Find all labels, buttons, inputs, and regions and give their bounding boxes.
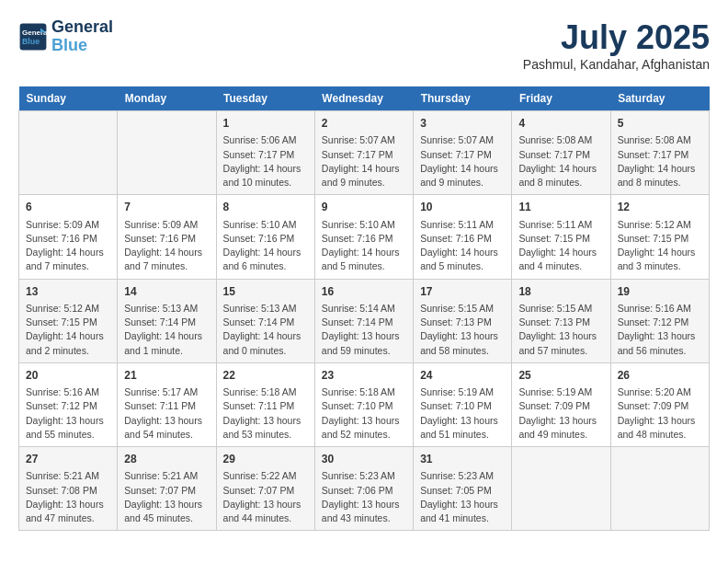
svg-text:Blue: Blue xyxy=(22,37,40,46)
day-number: 12 xyxy=(618,200,702,215)
day-number: 31 xyxy=(420,452,505,467)
day-info: Sunrise: 5:08 AMSunset: 7:17 PMDaylight:… xyxy=(618,133,702,190)
day-info: Sunrise: 5:21 AMSunset: 7:08 PMDaylight:… xyxy=(26,469,110,525)
day-info: Sunrise: 5:22 AMSunset: 7:07 PMDaylight:… xyxy=(223,469,308,525)
calendar-cell: 3Sunrise: 5:07 AMSunset: 7:17 PMDaylight… xyxy=(414,111,512,195)
calendar-cell: 27Sunrise: 5:21 AMSunset: 7:08 PMDayligh… xyxy=(19,447,118,531)
calendar-cell: 6Sunrise: 5:09 AMSunset: 7:16 PMDaylight… xyxy=(19,195,118,279)
day-number: 3 xyxy=(420,116,505,132)
day-number: 4 xyxy=(518,116,603,132)
calendar-cell: 26Sunrise: 5:20 AMSunset: 7:09 PMDayligh… xyxy=(610,362,709,446)
day-number: 5 xyxy=(618,116,702,132)
logo-icon: General Blue xyxy=(18,22,48,52)
day-of-week-header: Friday xyxy=(512,86,610,111)
day-info: Sunrise: 5:10 AMSunset: 7:16 PMDaylight:… xyxy=(223,218,308,274)
day-info: Sunrise: 5:08 AMSunset: 7:17 PMDaylight:… xyxy=(518,133,603,190)
day-info: Sunrise: 5:21 AMSunset: 7:07 PMDaylight:… xyxy=(124,469,209,525)
calendar-cell xyxy=(512,447,610,531)
calendar-cell: 5Sunrise: 5:08 AMSunset: 7:17 PMDaylight… xyxy=(610,111,709,195)
day-info: Sunrise: 5:07 AMSunset: 7:17 PMDaylight:… xyxy=(420,133,505,190)
day-info: Sunrise: 5:09 AMSunset: 7:16 PMDaylight:… xyxy=(124,218,209,274)
day-number: 29 xyxy=(223,452,308,467)
day-number: 26 xyxy=(618,368,702,384)
calendar-cell xyxy=(19,111,118,195)
day-number: 14 xyxy=(124,284,209,300)
calendar-cell: 9Sunrise: 5:10 AMSunset: 7:16 PMDaylight… xyxy=(314,195,413,279)
day-number: 13 xyxy=(26,284,110,300)
day-info: Sunrise: 5:07 AMSunset: 7:17 PMDaylight:… xyxy=(322,133,406,190)
title-block: July 2025 Pashmul, Kandahar, Afghanistan xyxy=(523,18,710,72)
day-of-week-header: Monday xyxy=(118,86,216,111)
calendar-cell: 11Sunrise: 5:11 AMSunset: 7:15 PMDayligh… xyxy=(512,195,610,279)
calendar-cell: 7Sunrise: 5:09 AMSunset: 7:16 PMDaylight… xyxy=(118,195,216,279)
day-info: Sunrise: 5:16 AMSunset: 7:12 PMDaylight:… xyxy=(26,385,110,442)
day-number: 10 xyxy=(420,200,505,215)
day-info: Sunrise: 5:09 AMSunset: 7:16 PMDaylight:… xyxy=(26,218,110,274)
day-of-week-header: Thursday xyxy=(414,86,512,111)
day-number: 2 xyxy=(322,116,406,132)
calendar-cell: 1Sunrise: 5:06 AMSunset: 7:17 PMDaylight… xyxy=(216,111,314,195)
day-number: 15 xyxy=(223,284,308,300)
day-info: Sunrise: 5:20 AMSunset: 7:09 PMDaylight:… xyxy=(618,385,702,442)
calendar-week-row: 1Sunrise: 5:06 AMSunset: 7:17 PMDaylight… xyxy=(19,111,710,195)
day-info: Sunrise: 5:12 AMSunset: 7:15 PMDaylight:… xyxy=(26,302,110,358)
calendar-cell: 29Sunrise: 5:22 AMSunset: 7:07 PMDayligh… xyxy=(216,447,314,531)
calendar-cell: 8Sunrise: 5:10 AMSunset: 7:16 PMDaylight… xyxy=(216,195,314,279)
day-number: 25 xyxy=(518,368,603,384)
day-number: 7 xyxy=(124,200,209,215)
calendar-week-row: 6Sunrise: 5:09 AMSunset: 7:16 PMDaylight… xyxy=(19,195,710,279)
calendar-cell: 19Sunrise: 5:16 AMSunset: 7:12 PMDayligh… xyxy=(610,279,709,362)
day-info: Sunrise: 5:13 AMSunset: 7:14 PMDaylight:… xyxy=(223,302,308,358)
day-number: 20 xyxy=(26,368,110,384)
day-info: Sunrise: 5:06 AMSunset: 7:17 PMDaylight:… xyxy=(223,133,308,190)
calendar-cell xyxy=(610,447,709,531)
calendar-cell xyxy=(118,111,216,195)
day-number: 21 xyxy=(124,368,209,384)
calendar-cell: 13Sunrise: 5:12 AMSunset: 7:15 PMDayligh… xyxy=(19,279,118,362)
day-info: Sunrise: 5:23 AMSunset: 7:05 PMDaylight:… xyxy=(420,469,505,525)
day-of-week-header: Tuesday xyxy=(216,86,314,111)
day-info: Sunrise: 5:11 AMSunset: 7:16 PMDaylight:… xyxy=(420,218,505,274)
day-number: 22 xyxy=(223,368,308,384)
calendar-cell: 18Sunrise: 5:15 AMSunset: 7:13 PMDayligh… xyxy=(512,279,610,362)
subtitle: Pashmul, Kandahar, Afghanistan xyxy=(523,57,710,72)
day-number: 1 xyxy=(223,116,308,132)
calendar-cell: 24Sunrise: 5:19 AMSunset: 7:10 PMDayligh… xyxy=(414,362,512,446)
day-of-week-header: Wednesday xyxy=(314,86,413,111)
days-header-row: SundayMondayTuesdayWednesdayThursdayFrid… xyxy=(19,86,710,111)
day-info: Sunrise: 5:12 AMSunset: 7:15 PMDaylight:… xyxy=(618,218,702,274)
day-of-week-header: Sunday xyxy=(19,86,118,111)
calendar-cell: 30Sunrise: 5:23 AMSunset: 7:06 PMDayligh… xyxy=(314,447,413,531)
calendar-cell: 28Sunrise: 5:21 AMSunset: 7:07 PMDayligh… xyxy=(118,447,216,531)
day-info: Sunrise: 5:16 AMSunset: 7:12 PMDaylight:… xyxy=(618,302,702,358)
calendar-cell: 31Sunrise: 5:23 AMSunset: 7:05 PMDayligh… xyxy=(414,447,512,531)
calendar-cell: 14Sunrise: 5:13 AMSunset: 7:14 PMDayligh… xyxy=(118,279,216,362)
calendar-week-row: 13Sunrise: 5:12 AMSunset: 7:15 PMDayligh… xyxy=(19,279,710,362)
day-number: 6 xyxy=(26,200,110,215)
day-info: Sunrise: 5:23 AMSunset: 7:06 PMDaylight:… xyxy=(322,469,406,525)
calendar-cell: 22Sunrise: 5:18 AMSunset: 7:11 PMDayligh… xyxy=(216,362,314,446)
day-number: 11 xyxy=(518,200,603,215)
calendar-cell: 10Sunrise: 5:11 AMSunset: 7:16 PMDayligh… xyxy=(414,195,512,279)
calendar-week-row: 20Sunrise: 5:16 AMSunset: 7:12 PMDayligh… xyxy=(19,362,710,446)
day-number: 18 xyxy=(518,284,603,300)
calendar-cell: 17Sunrise: 5:15 AMSunset: 7:13 PMDayligh… xyxy=(414,279,512,362)
day-number: 28 xyxy=(124,452,209,467)
calendar-cell: 4Sunrise: 5:08 AMSunset: 7:17 PMDaylight… xyxy=(512,111,610,195)
day-info: Sunrise: 5:18 AMSunset: 7:10 PMDaylight:… xyxy=(322,385,406,442)
day-info: Sunrise: 5:17 AMSunset: 7:11 PMDaylight:… xyxy=(124,385,209,442)
calendar-cell: 16Sunrise: 5:14 AMSunset: 7:14 PMDayligh… xyxy=(314,279,413,362)
day-info: Sunrise: 5:15 AMSunset: 7:13 PMDaylight:… xyxy=(518,302,603,358)
calendar-cell: 15Sunrise: 5:13 AMSunset: 7:14 PMDayligh… xyxy=(216,279,314,362)
day-number: 17 xyxy=(420,284,505,300)
calendar-cell: 23Sunrise: 5:18 AMSunset: 7:10 PMDayligh… xyxy=(314,362,413,446)
day-number: 27 xyxy=(26,452,110,467)
day-number: 30 xyxy=(322,452,406,467)
calendar-cell: 2Sunrise: 5:07 AMSunset: 7:17 PMDaylight… xyxy=(314,111,413,195)
day-info: Sunrise: 5:13 AMSunset: 7:14 PMDaylight:… xyxy=(124,302,209,358)
svg-text:General: General xyxy=(22,29,48,37)
calendar-cell: 12Sunrise: 5:12 AMSunset: 7:15 PMDayligh… xyxy=(610,195,709,279)
calendar-table: SundayMondayTuesdayWednesdayThursdayFrid… xyxy=(18,86,710,531)
day-info: Sunrise: 5:19 AMSunset: 7:10 PMDaylight:… xyxy=(420,385,505,442)
logo-text: GeneralBlue xyxy=(51,18,113,55)
